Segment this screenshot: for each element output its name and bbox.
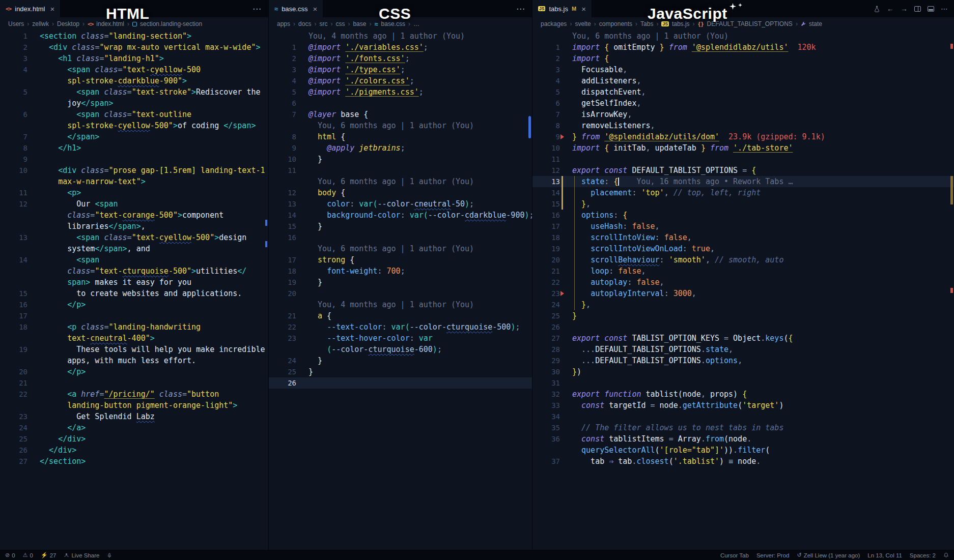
code-line[interactable]: 9} from '@splendidlabz/utils/dom' 23.9k … xyxy=(532,131,954,142)
code-line[interactable]: 16 xyxy=(269,232,532,243)
code-line[interactable]: 25} xyxy=(532,310,954,321)
breadcrumb-item[interactable]: zellwk xyxy=(32,20,49,27)
code-line[interactable]: 17 strong { xyxy=(269,254,532,266)
scrollbar-thumb[interactable] xyxy=(528,116,531,138)
breadcrumb-item[interactable]: svelte xyxy=(575,20,591,27)
blame-annotation-line[interactable]: You, 4 months ago | 1 author (You) xyxy=(269,299,532,310)
breadcrumb-item[interactable]: components xyxy=(599,20,632,27)
code-line[interactable]: 11 xyxy=(269,165,532,176)
tab-base-css[interactable]: ≈ base.css × xyxy=(269,0,323,17)
code-line[interactable]: span> makes it easy for you xyxy=(0,277,268,288)
code-line[interactable]: 7 isArrowKey, xyxy=(532,109,954,120)
code-line[interactable]: 13 <span class="text-cyellow-500">design xyxy=(0,232,268,243)
code-line[interactable]: 30}) xyxy=(532,366,954,377)
code-line[interactable]: 5 <span class="text-stroke">Rediscover t… xyxy=(0,86,268,98)
close-icon[interactable]: × xyxy=(50,5,55,13)
breadcrumb-item[interactable]: Desktop xyxy=(57,20,79,27)
code-line[interactable]: 2 <div class="wrap mx-auto vertical max-… xyxy=(0,42,268,53)
blame-annotation-line[interactable]: You, 6 months ago | 1 author (You) xyxy=(532,31,954,42)
code-line[interactable]: 25} xyxy=(269,366,532,377)
more-actions-icon[interactable]: ⋯ xyxy=(509,4,532,14)
code-line[interactable]: 18 font-weight: 700; xyxy=(269,266,532,277)
code-line[interactable]: 27</section> xyxy=(0,456,268,467)
code-line[interactable]: 22 autoplay: false, xyxy=(532,277,954,288)
mic-button[interactable] xyxy=(107,552,112,558)
code-line[interactable]: 24 </a> xyxy=(0,422,268,433)
code-line[interactable]: 16 </p> xyxy=(0,299,268,310)
code-line[interactable]: 8 </h1> xyxy=(0,142,268,154)
code-line[interactable]: 24 } xyxy=(269,355,532,366)
code-line[interactable]: text-cneutral-400"> xyxy=(0,333,268,344)
code-line[interactable]: 4@import './colors.css'; xyxy=(269,75,532,86)
tab-tabs-js[interactable]: JS tabs.js M × xyxy=(532,0,592,17)
code-line[interactable]: class="text-corange-500">component xyxy=(0,210,268,221)
code-line[interactable]: 10 } xyxy=(269,154,532,165)
code-line[interactable]: querySelectorAll('[role="tab"]')).filter… xyxy=(532,445,954,456)
split-editor-icon[interactable] xyxy=(914,6,921,12)
code-line[interactable]: 21 xyxy=(0,377,268,389)
blame-annotation-line[interactable]: You, 6 months ago | 1 author (You) xyxy=(269,120,532,131)
indentation-status[interactable]: Spaces: 2 xyxy=(910,552,936,558)
code-line[interactable]: 22 --text-color: var(--color-cturquoise-… xyxy=(269,321,532,333)
code-line[interactable]: system</span>, and xyxy=(0,243,268,254)
code-line[interactable]: max-w-narrow-text"> xyxy=(0,176,268,187)
code-line[interactable]: 23 --text-hover-color: var xyxy=(269,333,532,344)
code-line[interactable]: 4 <span class="text-cyellow-500 xyxy=(0,64,268,75)
code-editor-html[interactable]: 1<section class="landing-section">2 <div… xyxy=(0,31,268,550)
code-line[interactable]: 3@import './type.css'; xyxy=(269,64,532,75)
code-line[interactable]: 1import { omitEmpty } from '@splendidlab… xyxy=(532,42,954,53)
code-line[interactable]: 6 xyxy=(269,98,532,109)
code-line[interactable]: 32export function tablist(node, props) { xyxy=(532,389,954,400)
code-line[interactable]: 7@layer base { xyxy=(269,109,532,120)
code-line[interactable]: 1@import './variables.css'; xyxy=(269,42,532,53)
code-line[interactable]: 6 <span class="text-outline xyxy=(0,109,268,120)
code-line[interactable]: 2@import './fonts.css'; xyxy=(269,53,532,64)
code-line[interactable]: 8 html { xyxy=(269,131,532,142)
live-share-button[interactable]: Live Share xyxy=(64,552,99,558)
more-actions-icon[interactable]: ⋯ xyxy=(941,5,948,13)
git-blame-status[interactable]: ↺Zell Liew (1 year ago) xyxy=(797,552,860,558)
errors-count[interactable]: ⊘0 xyxy=(5,552,15,558)
code-line[interactable]: 22 <a href="/pricing/" class="button xyxy=(0,389,268,400)
code-line[interactable]: 14 background-color: var(--color-cdarkbl… xyxy=(269,210,532,221)
code-line[interactable]: 19 } xyxy=(269,277,532,288)
code-line[interactable]: 27export const TABLIST_OPTION_KEYS = Obj… xyxy=(532,333,954,344)
code-line[interactable]: 36 const tablistItems = Array.from(node. xyxy=(532,433,954,445)
code-line[interactable]: 19 These tools will help you make incred… xyxy=(0,344,268,355)
more-actions-icon[interactable]: ⋯ xyxy=(245,4,268,14)
code-line[interactable]: 1<section class="landing-section"> xyxy=(0,31,268,42)
blame-annotation-line[interactable]: You, 6 months ago | 1 author (You) xyxy=(269,176,532,187)
breadcrumb-item[interactable]: css xyxy=(335,20,345,27)
code-line[interactable]: 33 const targetId = node.getAttribute('t… xyxy=(532,400,954,411)
code-line[interactable]: 11 <p> xyxy=(0,187,268,198)
code-line[interactable]: 23 autoplayInterval: 3000, xyxy=(532,288,954,299)
code-line[interactable]: 26 </div> xyxy=(0,445,268,456)
code-line[interactable]: 9 @apply jetbrains; xyxy=(269,142,532,154)
code-line[interactable]: 12 body { xyxy=(269,187,532,198)
code-line[interactable]: 5 dispatchEvent, xyxy=(532,86,954,98)
code-line[interactable]: 25 </div> xyxy=(0,433,268,445)
code-line[interactable]: 24 }, xyxy=(532,299,954,310)
code-line[interactable]: 10import { initTab, updateTab } from './… xyxy=(532,142,954,154)
code-line[interactable]: joy</span> xyxy=(0,98,268,109)
code-line[interactable]: 20 scrollBehaviour: 'smooth', // smooth,… xyxy=(532,254,954,266)
code-line[interactable]: libraries</span>, xyxy=(0,221,268,232)
warnings-count[interactable]: ⚠0 xyxy=(23,552,33,558)
code-line[interactable]: 9 xyxy=(0,154,268,165)
code-line[interactable]: 7 </span> xyxy=(0,131,268,142)
code-line[interactable]: 18 scrollIntoView: false, xyxy=(532,232,954,243)
breadcrumb-item[interactable]: … xyxy=(413,20,419,27)
code-line[interactable]: 3 <h1 class="landing-h1"> xyxy=(0,53,268,64)
breadcrumb-item[interactable]: docs xyxy=(298,20,311,27)
close-icon[interactable]: × xyxy=(581,5,586,13)
breadcrumb-item[interactable]: apps xyxy=(277,20,290,27)
code-line[interactable]: 12export const DEFAULT_TABLIST_OPTIONS =… xyxy=(532,165,954,176)
code-line[interactable]: 26 xyxy=(532,321,954,333)
close-icon[interactable]: × xyxy=(313,5,317,13)
zap-count[interactable]: ⚡27 xyxy=(41,552,57,558)
code-line[interactable]: 6 getSelfIndex, xyxy=(532,98,954,109)
code-line[interactable]: 13 color: var(--color-cneutral-50); xyxy=(269,198,532,210)
code-line[interactable]: 3 Focusable, xyxy=(532,64,954,75)
code-line[interactable]: 16 options: { xyxy=(532,210,954,221)
code-line[interactable]: 34 xyxy=(532,411,954,422)
